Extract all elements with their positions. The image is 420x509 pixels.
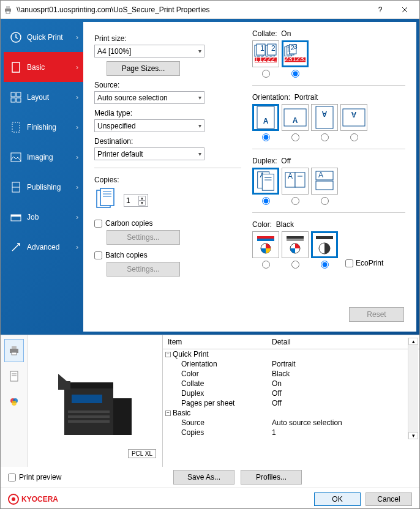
scroll-down[interactable]: ▾ [408, 432, 418, 439]
print-size-select[interactable]: A4 [100%] [94, 45, 204, 58]
duplex-label: Duplex: [252, 157, 277, 165]
svg-text:A: A [318, 171, 323, 179]
tab-basic[interactable]: Basic› [4, 52, 83, 82]
collate-off-option[interactable]: 12111222... [252, 40, 279, 78]
color-value: Black [276, 220, 294, 229]
preview-page-tab[interactable] [4, 365, 24, 388]
svg-point-72 [12, 401, 17, 406]
tab-publishing[interactable]: Publishing› [4, 172, 83, 202]
carbon-copies-checkbox[interactable] [94, 220, 102, 228]
svg-rect-5 [11, 92, 15, 97]
save-as-button[interactable]: Save As... [173, 470, 234, 485]
media-select[interactable]: Unspecified [94, 119, 204, 132]
svg-rect-14 [11, 215, 21, 217]
summary-detail: Off [272, 399, 282, 407]
summary-row: SourceAuto source selection [163, 418, 419, 428]
summary-body[interactable]: −Quick PrintOrientationPortraitColorBlac… [163, 349, 419, 437]
collate-on-option[interactable]: 123123123... [282, 40, 309, 78]
duplex-off-option[interactable]: A [252, 168, 279, 205]
imaging-icon [10, 151, 22, 163]
duplex-value: Off [281, 157, 291, 165]
svg-rect-1 [6, 6, 10, 9]
header-detail: Detail [272, 338, 291, 346]
scroll-up[interactable]: ▴ [408, 338, 418, 345]
chevron-right-icon: › [76, 243, 78, 251]
color-auto-option[interactable] [282, 231, 309, 269]
svg-rect-78 [68, 415, 110, 418]
summary-detail: Auto source selection [272, 418, 342, 427]
summary-group[interactable]: −Quick Print [163, 349, 419, 359]
spin-down[interactable]: ▼ [138, 201, 146, 206]
svg-rect-7 [11, 98, 15, 102]
finishing-icon [10, 121, 22, 133]
svg-rect-65 [12, 346, 17, 349]
profiles-button[interactable]: Profiles... [241, 470, 302, 485]
orientation-portrait-flip-option[interactable]: A [311, 104, 338, 141]
titlebar: \\anuosprt01.uosprinting.com\UoS_Secure_… [1, 1, 419, 19]
color-full-option[interactable] [252, 231, 279, 269]
summary-row: OrientationPortrait [163, 359, 419, 369]
svg-rect-10 [11, 153, 21, 162]
chevron-right-icon: › [76, 93, 78, 102]
tab-imaging[interactable]: Imaging› [4, 142, 83, 172]
svg-point-83 [12, 497, 15, 501]
print-preview-label: Print preview [19, 473, 61, 481]
preview-color-tab[interactable] [4, 390, 24, 414]
reset-button[interactable]: Reset [349, 307, 404, 322]
summary-row: ColorBlack [163, 369, 419, 379]
media-label: Media type: [94, 109, 241, 117]
tab-layout[interactable]: Layout› [4, 82, 83, 112]
orientation-landscape-flip-option[interactable]: A [340, 104, 367, 141]
settings-summary: Item Detail −Quick PrintOrientationPortr… [162, 335, 419, 467]
orientation-portrait-option[interactable]: A [252, 104, 279, 141]
close-button[interactable] [392, 1, 417, 18]
summary-item: Orientation [168, 360, 272, 368]
summary-group[interactable]: −Basic [163, 408, 419, 418]
summary-row: DuplexOff [163, 388, 419, 398]
svg-rect-75 [113, 398, 132, 435]
copies-input[interactable]: 1▲▼ [124, 194, 148, 207]
print-size-label: Print size: [94, 34, 241, 43]
help-button[interactable]: ? [368, 1, 392, 18]
source-select[interactable]: Auto source selection [94, 91, 204, 104]
summary-row: Pages per sheetOff [163, 398, 419, 408]
tab-job[interactable]: Job› [4, 202, 83, 232]
svg-rect-4 [12, 62, 20, 72]
svg-rect-77 [68, 411, 110, 413]
clock-icon [10, 31, 22, 43]
svg-text:A: A [351, 110, 356, 119]
summary-item: Collate [168, 379, 272, 388]
svg-rect-67 [10, 371, 18, 381]
spin-up[interactable]: ▲ [138, 196, 146, 201]
batch-copies-checkbox[interactable] [94, 251, 102, 259]
collapse-icon[interactable]: − [165, 411, 171, 416]
page-sizes-button[interactable]: Page Sizes... [107, 61, 180, 76]
orientation-value: Portrait [294, 93, 318, 102]
main-content: Quick Print› Basic› Layout› Finishing› I… [1, 19, 419, 335]
orientation-landscape-option[interactable]: A [282, 104, 309, 141]
ok-button[interactable]: OK [314, 492, 361, 506]
tab-quick-print[interactable]: Quick Print› [4, 22, 83, 52]
preview-printer-tab[interactable] [4, 339, 24, 362]
scrollbar[interactable]: ▴ ▾ [408, 338, 418, 439]
destination-select[interactable]: Printer default [94, 147, 204, 160]
collapse-icon[interactable]: − [165, 352, 171, 357]
svg-rect-66 [12, 352, 17, 355]
ecoprint-checkbox[interactable] [345, 259, 353, 267]
tab-finishing[interactable]: Finishing› [4, 112, 83, 142]
summary-row: CollateOn [163, 379, 419, 388]
summary-item: Pages per sheet [168, 399, 272, 407]
svg-rect-16 [100, 188, 114, 206]
cancel-button[interactable]: Cancel [366, 492, 412, 506]
page-icon [10, 61, 22, 73]
batch-copies-label: Batch copies [105, 251, 148, 259]
duplex-short-option[interactable]: A [311, 168, 338, 205]
duplex-long-option[interactable]: A [282, 168, 309, 205]
print-preview-checkbox[interactable] [8, 474, 16, 481]
color-black-option[interactable] [311, 231, 338, 269]
svg-text:2: 2 [271, 44, 276, 53]
tab-advanced[interactable]: Advanced› [4, 232, 83, 262]
chevron-right-icon: › [76, 213, 78, 221]
svg-rect-76 [72, 395, 102, 403]
svg-text:A: A [321, 110, 327, 118]
